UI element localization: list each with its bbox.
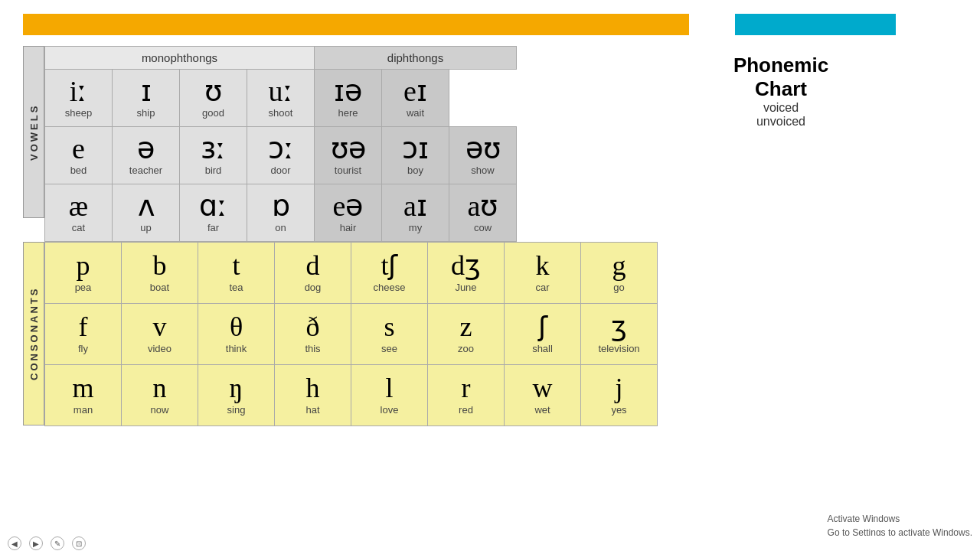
monophthongs-header: monophthongs	[45, 47, 315, 70]
consonant-cell: k car	[505, 243, 581, 304]
vowel-cell: ɜː bird	[180, 127, 247, 184]
vowel-cell: eə hair	[315, 184, 382, 242]
vowel-cell: ɪ ship	[113, 70, 180, 127]
vowel-cell: ʊə tourist	[315, 127, 382, 184]
vowel-cell: ʊ good	[180, 70, 247, 127]
consonant-cell: ʃ shall	[505, 304, 581, 365]
unvoiced-label: unvoiced	[712, 115, 850, 129]
consonant-cell: m man	[45, 365, 122, 426]
consonant-cell: v video	[122, 304, 198, 365]
consonant-cell: z zoo	[428, 304, 505, 365]
bottom-bar: ◀ ▶ ✎ ⊡	[0, 536, 980, 551]
consonant-cell: r red	[428, 365, 505, 426]
vowel-cell: ʌ up	[113, 184, 180, 242]
diphthongs-header: diphthongs	[315, 47, 517, 70]
consonant-cell: t tea	[198, 243, 275, 304]
phonemic-title: Phonemic Chart	[712, 54, 850, 101]
consonant-cell: dʒ June	[428, 243, 505, 304]
consonant-cell: tʃ cheese	[351, 243, 428, 304]
consonant-cell: ʒ television	[581, 304, 658, 365]
vowel-cell: ɔː door	[247, 127, 315, 184]
consonant-cell: l love	[351, 365, 428, 426]
consonant-cell: h hat	[275, 365, 351, 426]
vowel-cell: æ cat	[45, 184, 113, 242]
consonant-cell: s see	[351, 304, 428, 365]
vowel-cell: iː sheep	[45, 70, 113, 127]
voiced-label: voiced	[712, 101, 850, 115]
consonant-cell: n now	[122, 365, 198, 426]
vowel-cell: ɔɪ boy	[382, 127, 449, 184]
top-bar	[0, 0, 980, 14]
consonant-cell: j yes	[581, 365, 658, 426]
consonant-cell: θ think	[198, 304, 275, 365]
consonant-cell: ð this	[275, 304, 351, 365]
bottom-icon-4[interactable]: ⊡	[72, 536, 86, 550]
bottom-icon-3[interactable]: ✎	[51, 536, 64, 550]
vowel-cell: ɑː far	[180, 184, 247, 242]
vowel-cell: aʊ cow	[449, 184, 517, 242]
vowel-cell: aɪ my	[382, 184, 449, 242]
vowel-cell: ɒ on	[247, 184, 315, 242]
vowel-cell: ɪə here	[315, 70, 382, 127]
orange-bar	[23, 14, 689, 35]
phonemic-label: Phonemic Chart voiced unvoiced	[704, 46, 858, 136]
vowel-cell: e bed	[45, 127, 113, 184]
blue-bar	[735, 14, 896, 35]
vowel-cell: uː shoot	[247, 70, 315, 127]
vowels-side-label: VOWELS	[23, 46, 44, 218]
consonant-cell: d dog	[275, 243, 351, 304]
consonant-cell: ŋ sing	[198, 365, 275, 426]
bottom-icon-1[interactable]: ◀	[8, 536, 21, 550]
vowel-cell: eɪ wait	[382, 70, 449, 127]
consonant-cell: b boat	[122, 243, 198, 304]
consonants-side-label: CONSONANTS	[23, 242, 44, 425]
bottom-icon-2[interactable]: ▶	[29, 536, 43, 550]
consonant-cell: p pea	[45, 243, 122, 304]
vowel-cell: əʊ show	[449, 127, 517, 184]
consonant-cell: f fly	[45, 304, 122, 365]
consonant-cell: g go	[581, 243, 658, 304]
consonants-table: p pea b boat t tea d dog tʃ cheese dʒ Ju…	[44, 242, 658, 426]
vowel-cell: ə teacher	[113, 127, 180, 184]
vowels-table: monophthongs diphthongs iː sheep ɪ ship …	[44, 46, 517, 242]
consonant-cell: w wet	[505, 365, 581, 426]
